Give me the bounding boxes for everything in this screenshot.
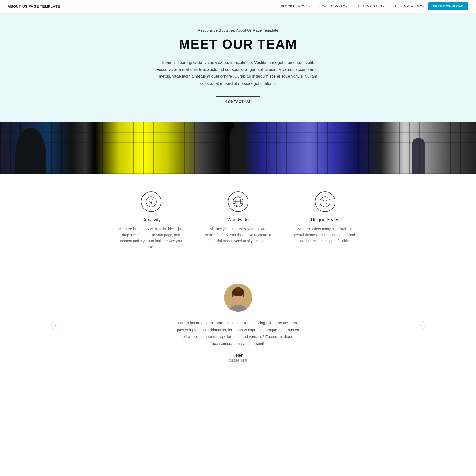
svg-point-12 bbox=[236, 287, 241, 292]
hero-section: Responsive Bootstrap About Us Page Templ… bbox=[0, 13, 476, 122]
svg-rect-14 bbox=[230, 306, 246, 312]
hero-title: MEET OUR TEAM bbox=[51, 37, 425, 52]
testimonial-avatar bbox=[224, 284, 252, 312]
testimonial-name: Helen bbox=[26, 353, 450, 358]
features-section: Creativity Mobirise is an easy website b… bbox=[0, 174, 476, 268]
caret-icon: ▾ bbox=[346, 5, 347, 8]
contact-us-button[interactable]: CONTACT US bbox=[216, 96, 260, 107]
svg-point-5 bbox=[323, 200, 324, 201]
creativity-title: Creativity bbox=[118, 217, 184, 222]
svg-point-6 bbox=[326, 200, 327, 201]
caret-icon: ▾ bbox=[309, 5, 311, 8]
feature-worldwide: Worldwide All sites you make with Mobiri… bbox=[205, 191, 271, 250]
silhouette-right bbox=[412, 138, 425, 174]
creativity-text: Mobirise is an easy website builder – ju… bbox=[118, 226, 184, 250]
caret-icon: ▾ bbox=[423, 5, 424, 8]
unique-styles-text: Mobirise offers many site blocks in seve… bbox=[292, 226, 358, 244]
testimonial-next-button[interactable]: › bbox=[416, 321, 425, 330]
testimonial-text: Lorem ipsum dolor sit amet, consectetur … bbox=[174, 319, 302, 347]
hero-image bbox=[0, 122, 476, 174]
worldwide-icon bbox=[228, 191, 248, 212]
feature-unique-styles: Unique Styles Mobirise offers many site … bbox=[292, 191, 358, 250]
svg-point-0 bbox=[146, 197, 156, 207]
navbar-brand: ABOUT US PAGE TEMPLATE bbox=[8, 4, 60, 8]
hero-subtitle: Responsive Bootstrap About Us Page Templ… bbox=[51, 28, 425, 32]
worldwide-text: All sites you make with Mobirise are mob… bbox=[205, 226, 271, 244]
navbar-nav: BLOCK DEMOS 1 ▾ BLOCK DEMOS 2 ▾ SITE TEM… bbox=[278, 2, 468, 10]
worldwide-title: Worldwide bbox=[205, 217, 271, 222]
testimonial-prev-button[interactable]: ‹ bbox=[51, 321, 60, 330]
download-button[interactable]: FREE DOWNLOAD bbox=[428, 2, 468, 10]
navbar: ABOUT US PAGE TEMPLATE BLOCK DEMOS 1 ▾ B… bbox=[0, 0, 476, 13]
nav-site-templates[interactable]: SITE TEMPLATES ▾ bbox=[351, 3, 388, 10]
feature-creativity: Creativity Mobirise is an easy website b… bbox=[118, 191, 184, 250]
caret-icon: ▾ bbox=[383, 5, 384, 8]
nav-block-demos-2[interactable]: BLOCK DEMOS 2 ▾ bbox=[315, 3, 350, 10]
testimonial-section: ‹ Lorem ipsum dolor sit amet, consectetu… bbox=[0, 268, 476, 383]
nav-block-demos-1[interactable]: BLOCK DEMOS 1 ▾ bbox=[278, 3, 313, 10]
creativity-icon bbox=[141, 191, 161, 212]
hero-text: Etiam in libero gravida, viverra ex eu, … bbox=[156, 59, 320, 87]
svg-point-4 bbox=[320, 197, 330, 207]
unique-styles-title: Unique Styles bbox=[292, 217, 358, 222]
silhouette-center bbox=[230, 126, 246, 174]
testimonial-role: DESIGNER bbox=[26, 359, 450, 362]
nav-site-templates-2[interactable]: SITE TEMPLATES 2 ▾ bbox=[388, 3, 427, 10]
unique-styles-icon bbox=[315, 191, 335, 212]
